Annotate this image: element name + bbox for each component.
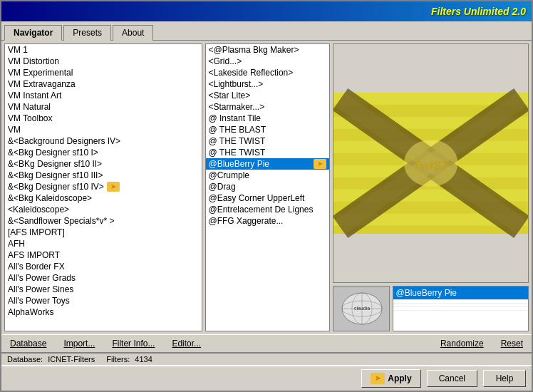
svg-text:TwIST: TwIST <box>413 159 450 172</box>
left-list-item[interactable]: &<Bkg Designer sf10 III> <box>5 170 202 181</box>
center-list-item[interactable]: @ THE TWIST <box>206 135 329 147</box>
filters-label: Filters: 4134 <box>106 355 152 363</box>
left-list-item[interactable]: VM Instant Art <box>5 90 202 101</box>
left-list-item[interactable]: VM 1 <box>5 44 202 56</box>
center-list-item[interactable]: @Entrelacement De Lignes <box>206 204 329 215</box>
filter-list[interactable]: <@Plasma Bkg Maker><Grid...><Lakeside Re… <box>205 43 330 331</box>
left-list-item[interactable]: AFS IMPORT <box>5 249 202 261</box>
center-list-item[interactable]: <Star Lite> <box>206 90 329 101</box>
left-list-item[interactable]: All's Power Sines <box>5 284 202 295</box>
tab-bar: Navigator Presets About <box>1 21 532 41</box>
center-list-item[interactable]: @Crumple <box>206 170 329 181</box>
database-btn[interactable]: Database <box>4 337 52 350</box>
import-btn[interactable]: Import... <box>58 337 100 350</box>
bottom-bar: ➤ Apply Cancel Help <box>1 365 532 391</box>
left-list-item[interactable]: &<Bkg Designer sf10 IV>➤ <box>5 181 202 192</box>
left-list-item[interactable]: &<Bkg Designer sf10 I> <box>5 147 202 158</box>
left-list-item[interactable]: &<Background Designers IV> <box>5 135 202 147</box>
preview-area: TwIST claudia <box>333 43 529 331</box>
result-item-4[interactable] <box>393 307 529 311</box>
left-list-item[interactable]: [AFS IMPORT] <box>5 227 202 238</box>
toolbar: Database Import... Filter Info... Editor… <box>1 334 532 353</box>
center-list-item[interactable]: @ THE TWIST <box>206 147 329 158</box>
apply-button[interactable]: ➤ Apply <box>361 369 420 388</box>
left-list-item[interactable]: &<Sandflower Specials*v* > <box>5 215 202 227</box>
left-list-item[interactable]: VM <box>5 124 202 135</box>
center-list-item[interactable]: <Starmaker...> <box>206 101 329 113</box>
status-bar: Database: ICNET-Filters Filters: 4134 <box>1 353 532 365</box>
preview-bottom: claudia @BlueBerry Pie <box>333 286 529 331</box>
reset-btn[interactable]: Reset <box>495 337 529 350</box>
center-list-item[interactable]: <@Plasma Bkg Maker> <box>206 44 329 56</box>
arrow-icon: ➤ <box>107 182 120 192</box>
left-list-item[interactable]: AFH <box>5 238 202 249</box>
title-bar: Filters Unlimited 2.0 <box>1 1 532 21</box>
left-list-item[interactable]: VM Distortion <box>5 56 202 67</box>
left-list-item[interactable]: &<BKg Designer sf10 II> <box>5 158 202 170</box>
left-list-item[interactable]: VM Toolbox <box>5 113 202 124</box>
category-list[interactable]: VM 1VM DistortionVM ExperimentalVM Extra… <box>4 43 202 331</box>
center-list-item[interactable]: @ THE BLAST <box>206 124 329 135</box>
center-list-item[interactable]: <Grid...> <box>206 56 329 67</box>
left-list-item[interactable]: All's Power Grads <box>5 272 202 284</box>
left-list-item[interactable]: VM Natural <box>5 101 202 113</box>
left-list-item[interactable]: VM Experimental <box>5 67 202 78</box>
center-list-item[interactable]: @FFG Xaggerate... <box>206 215 329 227</box>
filters-value: 4134 <box>135 355 152 363</box>
database-label: Database: ICNET-Filters <box>7 355 95 363</box>
tab-presets[interactable]: Presets <box>63 25 111 41</box>
tab-about[interactable]: About <box>113 25 153 41</box>
help-button[interactable]: Help <box>483 370 526 387</box>
editor-btn[interactable]: Editor... <box>166 337 207 350</box>
cancel-button[interactable]: Cancel <box>427 370 477 387</box>
center-list-item[interactable]: <Lightburst...> <box>206 78 329 90</box>
main-window: Filters Unlimited 2.0 Navigator Presets … <box>0 0 533 392</box>
left-list-item[interactable]: All's Border FX <box>5 261 202 272</box>
center-list-item[interactable]: @Easy Corner UpperLeft <box>206 192 329 204</box>
database-value: ICNET-Filters <box>48 355 95 363</box>
center-list-item[interactable]: @ Instant Tile <box>206 113 329 124</box>
arrow-icon: ➤ <box>314 159 326 169</box>
left-list-item[interactable]: <Kaleidoscope> <box>5 204 202 215</box>
apply-arrow-icon: ➤ <box>371 373 385 384</box>
center-list-item[interactable]: @Drag <box>206 181 329 192</box>
result-item-selected[interactable]: @BlueBerry Pie <box>393 287 529 300</box>
left-list-item[interactable]: All's Power Toys <box>5 295 202 306</box>
preview-thumbnail: claudia <box>333 286 390 331</box>
tab-navigator[interactable]: Navigator <box>4 25 62 41</box>
title-text: Filters Unlimited 2.0 <box>431 6 526 17</box>
preview-results[interactable]: @BlueBerry Pie <box>393 286 529 331</box>
left-list-item[interactable]: &<Bkg Kaleidoscope> <box>5 192 202 204</box>
center-list-item[interactable]: <Lakeside Reflection> <box>206 67 329 78</box>
left-list-item[interactable]: VM Extravaganza <box>5 78 202 90</box>
content-area: VM 1VM DistortionVM ExperimentalVM Extra… <box>1 41 532 334</box>
preview-svg: TwIST <box>333 44 529 282</box>
filter-info-btn[interactable]: Filter Info... <box>106 337 160 350</box>
randomize-btn[interactable]: Randomize <box>435 337 490 350</box>
center-list-item[interactable]: @BlueBerry Pie➤ <box>206 158 329 170</box>
left-list-item[interactable]: AlphaWorks <box>5 306 202 318</box>
preview-image: TwIST <box>333 43 529 283</box>
svg-text:claudia: claudia <box>353 306 369 311</box>
